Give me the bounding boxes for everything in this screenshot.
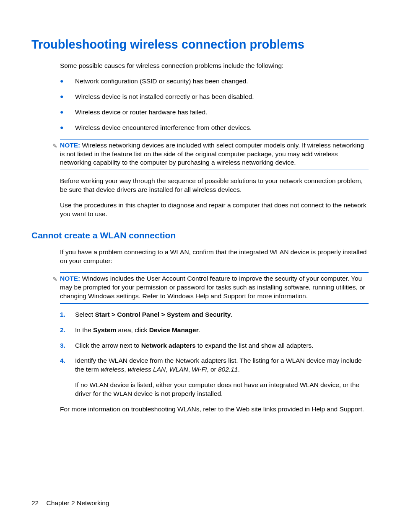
body-paragraph: Before working your way through the sequ… bbox=[60, 177, 369, 194]
section-heading: Cannot create a WLAN connection bbox=[31, 230, 369, 240]
note-box: ✎ NOTE: Windows includes the User Accoun… bbox=[52, 272, 369, 304]
causes-list: ●Network configuration (SSID or security… bbox=[60, 77, 369, 132]
page-footer: 22 Chapter 2 Networking bbox=[31, 499, 109, 507]
step-item: 3. Click the arrow next to Network adapt… bbox=[60, 341, 369, 350]
step-body: In the System area, click Device Manager… bbox=[75, 326, 369, 335]
bullet-icon: ● bbox=[60, 93, 75, 101]
list-item-text: Wireless device encountered interference… bbox=[75, 124, 252, 132]
step-number: 4. bbox=[60, 356, 75, 365]
body-paragraph: If you have a problem connecting to a WL… bbox=[60, 248, 369, 266]
bullet-icon: ● bbox=[60, 77, 75, 85]
body-paragraph: For more information on troubleshooting … bbox=[60, 405, 369, 414]
list-item-text: Wireless device is not installed correct… bbox=[75, 93, 254, 101]
list-item-text: Wireless device or router hardware has f… bbox=[75, 108, 207, 117]
body-paragraph: Use the procedures in this chapter to di… bbox=[60, 201, 369, 219]
note-icon: ✎ bbox=[52, 142, 60, 150]
list-item-text: Network configuration (SSID or security)… bbox=[75, 77, 248, 86]
bullet-icon: ● bbox=[60, 108, 75, 116]
bullet-icon: ● bbox=[60, 124, 75, 132]
list-item: ●Network configuration (SSID or security… bbox=[60, 77, 369, 86]
step-item: 4. Identify the WLAN device from the Net… bbox=[60, 356, 369, 398]
note-body: Wireless networking devices are included… bbox=[60, 142, 364, 166]
page-number: 22 bbox=[31, 499, 39, 506]
step-item: 2. In the System area, click Device Mana… bbox=[60, 326, 369, 335]
step-extra: If no WLAN device is listed, either your… bbox=[75, 381, 369, 398]
chapter-label: Chapter 2 Networking bbox=[47, 499, 109, 506]
note-rule-bottom bbox=[60, 303, 369, 304]
intro-paragraph: Some possible causes for wireless connec… bbox=[60, 62, 369, 70]
step-body: Select Start > Control Panel > System an… bbox=[75, 310, 369, 319]
note-text: NOTE: Windows includes the User Account … bbox=[60, 274, 369, 301]
note-label: NOTE: bbox=[60, 275, 80, 282]
step-body: Click the arrow next to Network adapters… bbox=[75, 341, 369, 350]
note-label: NOTE: bbox=[60, 142, 80, 149]
list-item: ●Wireless device is not installed correc… bbox=[60, 93, 369, 101]
step-number: 2. bbox=[60, 326, 75, 335]
step-item: 1. Select Start > Control Panel > System… bbox=[60, 310, 369, 319]
note-body: Windows includes the User Account Contro… bbox=[60, 275, 365, 300]
note-rule-bottom bbox=[60, 170, 369, 170]
list-item: ●Wireless device encountered interferenc… bbox=[60, 124, 369, 132]
step-body: Identify the WLAN device from the Networ… bbox=[75, 356, 369, 398]
note-text: NOTE: Wireless networking devices are in… bbox=[60, 141, 369, 168]
note-icon: ✎ bbox=[52, 275, 60, 284]
step-number: 1. bbox=[60, 310, 75, 319]
note-box: ✎ NOTE: Wireless networking devices are … bbox=[52, 139, 369, 170]
step-number: 3. bbox=[60, 341, 75, 350]
steps-list: 1. Select Start > Control Panel > System… bbox=[60, 310, 369, 398]
page-title: Troubleshooting wireless connection prob… bbox=[31, 38, 369, 52]
list-item: ●Wireless device or router hardware has … bbox=[60, 108, 369, 117]
